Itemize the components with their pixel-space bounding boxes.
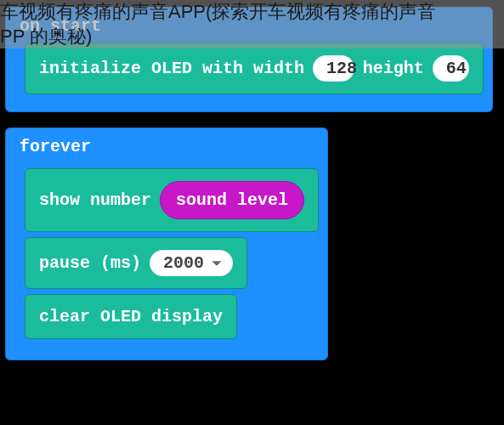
show-number-label: show number — [39, 190, 151, 210]
forever-block[interactable]: forever show number sound level pause (m… — [5, 128, 328, 360]
on-start-body: initialize OLED with width 128 height 64 — [6, 42, 492, 111]
forever-label: forever — [6, 128, 327, 163]
sound-level-reporter[interactable]: sound level — [160, 181, 304, 219]
on-start-label: on start — [6, 8, 492, 42]
pause-label: pause (ms) — [39, 253, 141, 273]
chevron-down-icon — [211, 258, 223, 269]
forever-foot — [6, 344, 327, 360]
initialize-oled-block[interactable]: initialize OLED with width 128 height 64 — [25, 42, 484, 94]
pause-value-dropdown[interactable]: 2000 — [150, 250, 233, 276]
init-oled-mid: height — [363, 59, 424, 78]
show-number-block[interactable]: show number sound level — [25, 168, 319, 232]
clear-oled-block[interactable]: clear OLED display — [25, 294, 237, 339]
clear-oled-label: clear OLED display — [39, 307, 223, 326]
forever-body: show number sound level pause (ms) 2000 … — [6, 168, 327, 344]
oled-height-input[interactable]: 64 — [433, 55, 469, 82]
on-start-block[interactable]: on start initialize OLED with width 128 … — [5, 7, 493, 112]
init-oled-prefix: initialize OLED with width — [39, 59, 304, 78]
oled-width-input[interactable]: 128 — [313, 55, 354, 82]
blocks-workspace[interactable]: on start initialize OLED with width 128 … — [0, 0, 504, 425]
pause-value: 2000 — [163, 253, 204, 273]
pause-block[interactable]: pause (ms) 2000 — [25, 237, 247, 289]
